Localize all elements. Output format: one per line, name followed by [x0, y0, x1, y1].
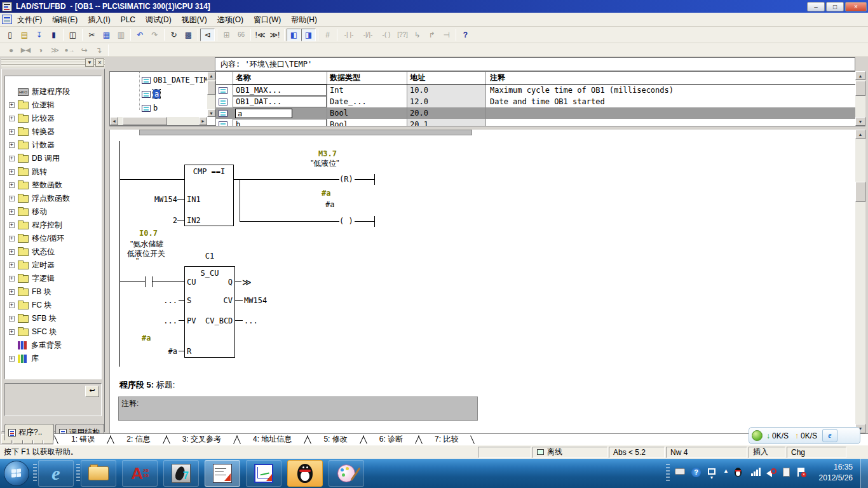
tree-item-status-bits[interactable]: +状态位: [5, 245, 101, 259]
expand-icon[interactable]: +: [9, 316, 15, 322]
output-coil[interactable]: ( ): [339, 217, 353, 226]
declaration-tree-item[interactable]: OB1_DATE_TIM: [142, 74, 208, 86]
open-branch-icon[interactable]: ↳: [410, 29, 424, 41]
taskbar-clock[interactable]: 16:35 2012/5/26: [819, 462, 853, 484]
cut-icon[interactable]: ✂: [85, 29, 99, 41]
a-coil-address[interactable]: #a: [322, 189, 330, 198]
counter-pv-operand[interactable]: ...: [154, 316, 177, 325]
tree-item-bit-logic[interactable]: +位逻辑: [5, 98, 101, 112]
save-icon[interactable]: ▮: [46, 29, 61, 41]
taskbar-qq-button[interactable]: [287, 460, 323, 487]
dot-icon[interactable]: ●: [4, 44, 18, 57]
tree-item-jump[interactable]: +跳转: [5, 165, 101, 179]
open-icon[interactable]: ▤: [17, 29, 32, 41]
coil-icon[interactable]: -( ): [377, 29, 395, 41]
redo-icon[interactable]: ↷: [147, 29, 162, 41]
tray-keyboard-icon[interactable]: [675, 468, 685, 477]
back-button[interactable]: ↩: [85, 386, 99, 397]
tree-item-converter[interactable]: +转换器: [5, 125, 101, 139]
scroll-up-button[interactable]: ▲: [207, 72, 215, 79]
tree-item-word-logic[interactable]: +字逻辑: [5, 272, 101, 285]
tree-item-counter[interactable]: +计数器: [5, 139, 101, 152]
scroll-up-button[interactable]: ▲: [855, 71, 865, 80]
column-comment[interactable]: 注释: [485, 72, 855, 84]
scroll-thumb[interactable]: [123, 117, 167, 125]
scroll-down-button[interactable]: ▼: [207, 109, 215, 117]
tray-clipboard-icon[interactable]: [783, 468, 790, 478]
expand-icon[interactable]: +: [9, 142, 15, 148]
tray-action-center-icon[interactable]: ×: [797, 468, 806, 478]
expand-icon[interactable]: +: [9, 329, 15, 335]
start-button[interactable]: [4, 461, 29, 486]
menu-insert[interactable]: 插入(I): [83, 13, 115, 27]
previous-error-icon[interactable]: !≪: [253, 29, 268, 41]
counter-s-operand[interactable]: ...: [154, 296, 177, 305]
expand-icon[interactable]: +: [9, 356, 15, 362]
contact-address[interactable]: I0.7: [139, 229, 158, 238]
tree-item-libraries[interactable]: +库: [5, 352, 101, 365]
table-row[interactable]: OB1_MAX... Int 10.0 Maximum cycle time o…: [216, 85, 855, 96]
network-speed-widget[interactable]: ↓ 0K/S ↑ 0K/S e: [749, 427, 860, 444]
minimize-button[interactable]: –: [807, 2, 825, 11]
print-icon[interactable]: ◫: [65, 29, 80, 41]
tray-qq-icon[interactable]: [735, 468, 742, 478]
taskbar-autocad-button[interactable]: A2010: [122, 460, 158, 487]
menu-view[interactable]: 视图(V): [177, 13, 212, 27]
declaration-tree-item-selected[interactable]: a: [142, 88, 160, 100]
scroll-right-button[interactable]: ►: [199, 117, 207, 125]
tab-cross-reference[interactable]: 3: 交叉参考: [171, 434, 233, 445]
scroll-up-button[interactable]: ▲: [855, 130, 865, 139]
network5-title[interactable]: 程序段 5: 标题:: [119, 379, 175, 391]
tree-item-float-math[interactable]: +浮点数函数: [5, 192, 101, 205]
expand-icon[interactable]: +: [9, 302, 15, 308]
table-row[interactable]: OB1_DAT... Date_... 12.0 Date and time O…: [216, 96, 855, 107]
monitor-icon[interactable]: ▩: [181, 29, 196, 41]
tree-item-sfc-blocks[interactable]: +SFC 块: [5, 325, 101, 339]
undo-icon[interactable]: ↶: [133, 29, 147, 41]
counter-r-operand[interactable]: #a: [154, 347, 177, 356]
contact-open[interactable]: [145, 276, 146, 287]
scroll-thumb[interactable]: [855, 81, 865, 96]
menu-window[interactable]: 窗口(W): [248, 13, 286, 27]
cmp-in2-operand[interactable]: 2: [148, 216, 177, 225]
taskbar-lad-editor-button[interactable]: [205, 460, 240, 487]
expand-icon[interactable]: +: [9, 249, 15, 255]
go-online-icon[interactable]: ↻: [166, 29, 181, 41]
r-coil-address[interactable]: M3.7: [318, 149, 337, 158]
help-cursor-icon[interactable]: ?: [458, 29, 473, 41]
overview-window-icon[interactable]: ◧: [287, 29, 301, 41]
counter-q-open-connector[interactable]: ≫: [242, 277, 252, 287]
expand-icon[interactable]: +: [9, 102, 15, 108]
previous-comment-box[interactable]: [139, 130, 472, 135]
expand-icon[interactable]: +: [9, 169, 15, 175]
reset-coil[interactable]: (R): [339, 175, 353, 184]
download-icon[interactable]: ↧: [32, 29, 46, 41]
new-network-icon[interactable]: #: [320, 29, 335, 41]
detail-window-icon[interactable]: ◨: [301, 29, 316, 41]
declaration-tree-hscrollbar[interactable]: ◄ ►: [110, 117, 207, 125]
taskbar-s7-chart-button[interactable]: [246, 460, 281, 487]
table-vscrollbar[interactable]: ▲ ▼: [855, 71, 865, 126]
circle-half-icon[interactable]: ◑: [33, 44, 48, 57]
column-datatype[interactable]: 数据类型: [327, 72, 407, 84]
palette-dropdown-button[interactable]: ▼: [85, 58, 94, 67]
tree-item-multi-instance[interactable]: 多重背景: [5, 339, 101, 352]
counter-name[interactable]: C1: [184, 252, 235, 261]
ladder-editor[interactable]: CMP ==I MW154 IN1 2 IN2 M3.7 "低液位" (R) #…: [109, 130, 855, 433]
tab-errors[interactable]: 1: 错误: [60, 434, 106, 445]
restore-button[interactable]: □: [826, 2, 844, 11]
menu-plc[interactable]: PLC: [116, 13, 140, 27]
tree-item-db-call[interactable]: +DB 调用: [5, 152, 101, 165]
connector-icon[interactable]: ⊣: [439, 29, 454, 41]
tab-info[interactable]: 2: 信息: [115, 434, 161, 445]
scroll-thumb[interactable]: [207, 81, 215, 95]
copy-icon[interactable]: ▦: [99, 29, 114, 41]
name-edit-cell[interactable]: a: [235, 109, 292, 118]
column-address[interactable]: 地址: [407, 72, 485, 84]
close-button[interactable]: ×: [845, 2, 867, 11]
declaration-tree-vscrollbar[interactable]: ▲ ▼: [207, 72, 215, 117]
menu-edit[interactable]: 编辑(E): [47, 13, 83, 27]
tree-item-fb-blocks[interactable]: +FB 块: [5, 285, 101, 299]
tab-comparison[interactable]: 7: 比较: [423, 434, 470, 445]
counter-cvbcd-operand[interactable]: ...: [244, 316, 258, 325]
